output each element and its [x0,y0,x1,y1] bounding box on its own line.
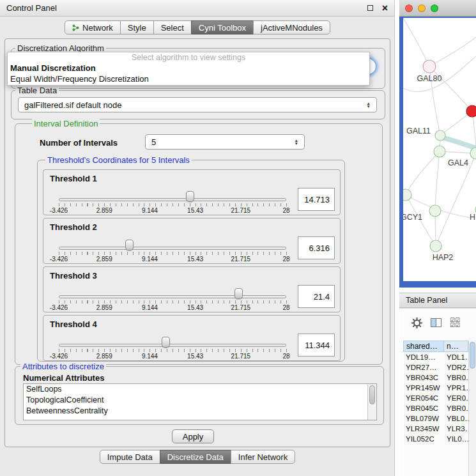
slider-scale-label: 2.859 [96,256,112,263]
slider-track[interactable] [59,344,286,347]
algorithm-option-equal-width-frequency-discretization[interactable]: Equal Width/Frequency Discretization [8,73,369,84]
threshold-panel: Threshold 4-3.4262.8599.14415.4321.71528… [43,315,341,361]
network-canvas[interactable]: GAL80GAL11GAL4GCY1HAP2H [403,18,476,281]
slider-track[interactable] [59,198,286,201]
bottom-tab-impute-data[interactable]: Impute Data [100,450,160,464]
close-button[interactable] [405,4,413,12]
node-label: H [470,213,475,222]
slider-thumb[interactable] [125,240,134,250]
threshold-value-field[interactable]: 21.4 [298,285,335,308]
table-cell: YLR345W [403,424,444,434]
table-row[interactable]: YDR27…YDR2… [403,362,468,372]
network-node[interactable] [470,148,476,159]
network-node[interactable] [429,205,441,217]
minimize-button[interactable] [418,4,426,12]
network-node-gal80[interactable] [423,60,436,73]
network-edge[interactable] [435,151,440,211]
network-edge[interactable] [403,18,429,66]
spinner-stepper-icon[interactable]: ▲▼ [295,139,298,146]
tab-jactivemnodules[interactable]: jActiveMNodules [253,20,330,35]
table-row[interactable]: YPR145WYPR1… [403,383,468,393]
network-node-gal4[interactable] [434,146,445,157]
network-node-gal11[interactable] [435,130,445,141]
table-row[interactable]: YIL052CYIL0… [403,434,468,444]
network-edge[interactable] [406,151,440,195]
slider-scale-label: 15.43 [187,207,203,214]
number-of-intervals-spinner[interactable]: 5 ▲▼ [145,134,305,150]
show-columns-icon[interactable] [431,318,441,327]
table-row[interactable]: YBL079WYBL0… [403,413,468,424]
group-title-thresholds: Threshold's Coordinates for 5 Intervals [45,155,192,165]
attributes-scrollbar[interactable] [367,384,376,420]
tab-style[interactable]: Style [120,20,154,35]
table-scrollbar[interactable] [468,341,476,476]
slider-thumb[interactable] [186,191,194,202]
column-header-shared[interactable]: shared… [403,341,444,352]
threshold-value-field[interactable]: 6.316 [298,236,335,259]
slider-scale-label: -3.426 [50,304,68,311]
threshold-panel: Threshold 2-3.4262.8599.14415.4321.71528… [43,218,341,264]
node-label: GAL80 [417,74,442,83]
table-row[interactable]: YER054CYER0… [403,393,468,403]
table-panel-body: ☑☑☑☑ shared…n… YDL19…YDL1…YDR27…YDR2…YBR… [399,308,476,476]
tab-cyni-toolbox[interactable]: Cyni Toolbox [191,20,254,35]
apply-button[interactable]: Apply [172,429,214,443]
slider-track[interactable] [59,247,286,250]
settings-gear-icon[interactable] [411,318,422,328]
node-label: GCY1 [403,213,422,222]
combobox-stepper-icon[interactable]: ▲▼ [367,102,371,109]
slider-thumb[interactable] [234,288,243,299]
row-selection-icon[interactable]: ☑☑☑☑ [450,318,460,328]
zoom-button[interactable] [431,4,438,12]
table-data-combobox[interactable]: galFiltered.sif default node ▲▼ [18,97,377,112]
threshold-value-field[interactable]: 11.344 [298,334,335,357]
bottom-tab-discretize-data[interactable]: Discretize Data [160,450,231,464]
slider-scale-label: -3.426 [50,207,68,214]
network-edge[interactable] [440,137,476,148]
attribute-item[interactable]: TopologicalCoefficient [24,395,376,406]
table-row[interactable]: YLR345WYLR3… [403,424,468,434]
table-row[interactable]: YBR043CYBR0… [403,372,468,383]
algorithm-option-manual-discretization[interactable]: Manual Discretization [8,63,369,73]
table-row[interactable]: YBR045CYBR0… [403,403,468,413]
network-window-titlebar [399,0,476,17]
threshold-panel: Threshold 1-3.4262.8599.14415.4321.71528… [43,169,341,215]
tab-select[interactable]: Select [153,20,192,35]
network-edge[interactable] [429,66,472,111]
tab-network[interactable]: Network [65,20,121,35]
threshold-label: Threshold 4 [50,319,97,329]
threshold-panel: Threshold 3-3.4262.8599.14415.4321.71528… [43,266,341,312]
float-window-icon[interactable] [367,5,373,11]
slider-ticks [59,203,287,206]
threshold-label: Threshold 2 [50,222,97,232]
algorithm-options: Manual DiscretizationEqual Width/Frequen… [8,63,369,84]
bottom-tab-infer-network[interactable]: Infer Network [231,450,295,464]
slider-ticks [59,349,287,352]
slider-scale-label: 15.43 [187,256,203,263]
scrollbar-thumb[interactable] [470,342,475,369]
scrollbar-thumb[interactable] [369,385,375,404]
slider-scale-label: 21.715 [231,304,251,311]
column-header-n[interactable]: n… [444,341,468,352]
tab-label: Cyni Toolbox [199,23,246,33]
close-window-icon[interactable]: × [382,4,388,13]
network-node[interactable] [466,105,476,117]
slider-scale-label: 21.715 [231,256,251,263]
combobox-value: galFiltered.sif default node [24,100,121,110]
network-icon [72,24,79,31]
slider-scale-label: 9.144 [142,304,158,311]
threshold-value-field[interactable]: 14.713 [298,188,335,211]
cyni-toolbox-panel: Discretization Algorithm Select algorith… [4,38,390,447]
table-cell: YBR045C [403,403,444,413]
slider-track[interactable] [59,295,286,298]
thresholds-group: Threshold's Coordinates for 5 Intervals … [37,160,345,362]
attribute-item[interactable]: BetweennessCentrality [24,406,376,417]
table-row[interactable]: YDL19…YDL1… [403,352,468,362]
network-node-hap2[interactable] [430,240,441,252]
attribute-item[interactable]: SelfLoops [24,384,376,395]
slider-thumb[interactable] [162,337,170,348]
node-label: HAP2 [433,253,454,262]
group-title-table-data: Table Data [15,86,59,95]
network-node-gcy1[interactable] [403,189,411,201]
table-cell: YDR27… [403,362,444,372]
